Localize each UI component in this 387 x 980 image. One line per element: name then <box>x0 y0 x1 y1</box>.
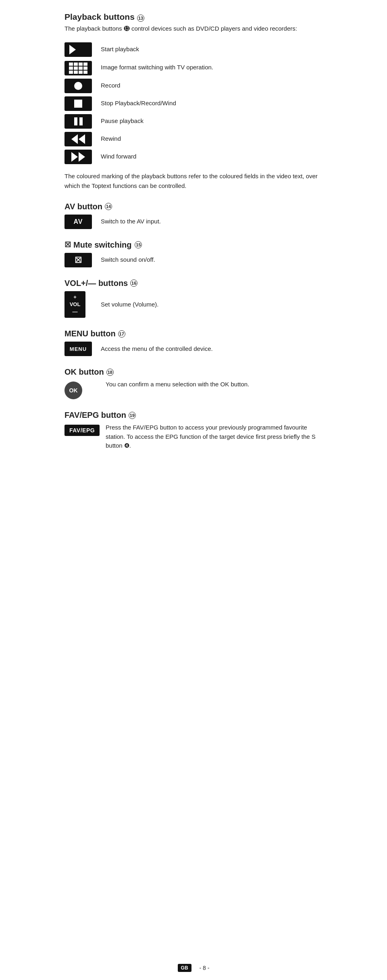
table-row: Image format switching with TV operation… <box>64 58 322 77</box>
fav-desc: Press the FAV/EPG button to access your … <box>106 424 316 449</box>
forward-tri2-icon <box>79 152 85 162</box>
play-triangle-icon <box>69 45 76 54</box>
stop-label: Stop Playback/Record/Wind <box>101 95 322 113</box>
vol-button-icon: + VOL — <box>64 291 85 318</box>
mute-icon-title: ☒ <box>64 240 71 249</box>
menu-section: MENU button 17 MENU Access the menu of t… <box>64 329 322 356</box>
vol-desc: Set volume (Volume). <box>101 301 158 308</box>
mute-section-title: Mute switching <box>73 240 131 250</box>
record-button-icon <box>64 79 92 93</box>
stop-button-icon <box>64 96 92 111</box>
page-title: Playback buttons <box>64 12 135 21</box>
ok-section-title: OK button <box>64 367 104 377</box>
ok-section-num: 18 <box>106 369 114 376</box>
grid-button-icon <box>64 61 92 75</box>
stop-square-icon <box>74 100 82 108</box>
pause-label: Pause playback <box>101 113 322 130</box>
av-section-title: AV button <box>64 202 102 211</box>
intro-text: The playback buttons ⓭ control devices s… <box>64 24 322 33</box>
fav-section: FAV/EPG button 19 FAV/EPG Press the FAV/… <box>64 411 322 450</box>
play-button-icon <box>64 42 92 57</box>
fav-section-num: 19 <box>129 412 136 419</box>
mute-section-num: 15 <box>135 241 142 248</box>
table-row: Start playback <box>64 41 322 58</box>
ok-desc: You can confirm a menu selection with th… <box>106 381 249 388</box>
menu-section-num: 17 <box>118 330 125 338</box>
av-section-num: 14 <box>105 203 112 210</box>
mute-button-icon: ☒ <box>64 253 92 267</box>
page-number: - 8 - <box>200 965 210 971</box>
av-desc: Switch to the AV input. <box>101 218 161 225</box>
title-circle-num: 13 <box>137 15 144 22</box>
vol-section-num: 16 <box>130 279 137 287</box>
table-row: Wind forward <box>64 148 322 166</box>
forward-tri1-icon <box>71 152 78 162</box>
start-playback-label: Start playback <box>101 41 322 58</box>
vol-section-title: VOL+/— buttons <box>64 279 128 288</box>
fav-button-icon: FAV/EPG <box>64 425 100 436</box>
ok-button-icon: OK <box>64 382 82 399</box>
gb-badge: GB <box>178 964 191 972</box>
table-row: Pause playback <box>64 113 322 130</box>
vol-minus-icon: — <box>73 308 78 315</box>
grid-icon <box>69 63 87 74</box>
record-circle-icon <box>74 82 82 90</box>
menu-section-title: MENU button <box>64 329 116 338</box>
table-row: Rewind <box>64 130 322 148</box>
av-section: AV button 14 AV Switch to the AV input. <box>64 202 322 229</box>
rewind-tri2-icon <box>79 134 85 144</box>
coloured-marking-text: The coloured marking of the playback but… <box>64 171 322 191</box>
footer: GB - 8 - <box>0 964 387 972</box>
mute-section: ☒ Mute switching 15 ☒ Switch sound on/of… <box>64 240 322 267</box>
table-row: Record <box>64 77 322 95</box>
rewind-tri1-icon <box>71 134 78 144</box>
forward-button-icon <box>64 150 92 164</box>
vol-label-icon: VOL <box>70 301 81 308</box>
av-button-icon: AV <box>64 215 92 229</box>
wind-forward-label: Wind forward <box>101 148 322 166</box>
rewind-button-icon <box>64 132 92 146</box>
playback-table: Start playback Image format switching wi… <box>64 41 322 166</box>
table-row: Stop Playback/Record/Wind <box>64 95 322 113</box>
pause-bars-icon <box>74 117 83 125</box>
mute-desc: Switch sound on/off. <box>101 256 155 263</box>
rewind-label: Rewind <box>101 130 322 148</box>
menu-desc: Access the menu of the controlled device… <box>101 345 213 352</box>
fav-section-title: FAV/EPG button <box>64 411 126 420</box>
pause-button-icon <box>64 114 92 129</box>
ok-section: OK button 18 OK You can confirm a menu s… <box>64 367 322 399</box>
image-format-label: Image format switching with TV operation… <box>101 58 322 77</box>
vol-plus-icon: + <box>73 294 77 301</box>
menu-button-icon: MENU <box>64 342 92 356</box>
record-label: Record <box>101 77 322 95</box>
vol-section: VOL+/— buttons 16 + VOL — Set volume (Vo… <box>64 279 322 318</box>
